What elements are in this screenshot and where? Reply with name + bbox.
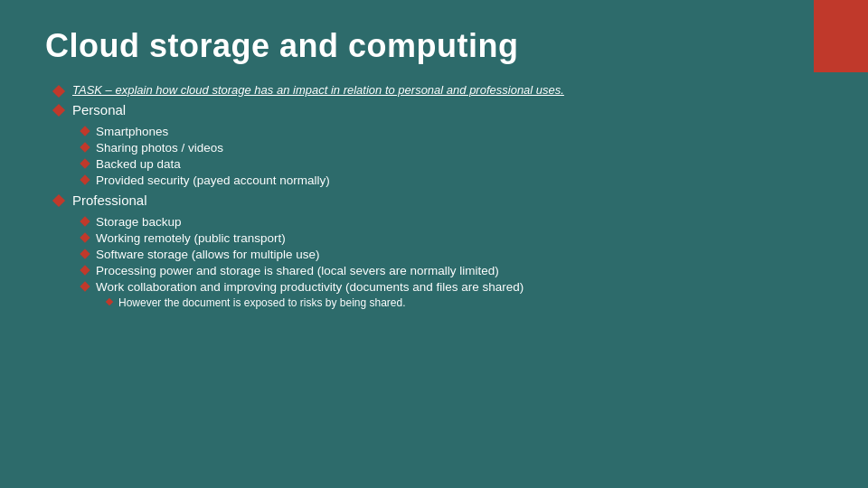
professional-header: Professional [54, 192, 823, 208]
list-item: Storage backup [81, 215, 823, 229]
bullet-icon [80, 216, 90, 226]
list-item: Processing power and storage is shared (… [81, 264, 823, 277]
item-text: Provided security (payed account normall… [96, 174, 330, 187]
item-text: Sharing photos / videos [96, 141, 223, 155]
bullet-icon [80, 174, 90, 184]
item-text: Backed up data [96, 157, 181, 171]
list-item: Work collaboration and improving product… [81, 280, 823, 294]
bullet-icon [80, 232, 90, 242]
professional-section: Professional Storage backup Working remo… [54, 192, 823, 309]
task-text: TASK – explain how cloud storage has an … [72, 83, 564, 97]
item-text: Work collaboration and improving product… [96, 280, 524, 294]
task-bullet: TASK – explain how cloud storage has an … [54, 83, 823, 97]
sub-sub-items: However the document is exposed to risks… [81, 296, 823, 309]
professional-diamond-icon [52, 194, 65, 207]
bullet-icon [80, 142, 90, 152]
personal-header: Personal [54, 102, 823, 117]
task-diamond-icon [52, 85, 65, 98]
personal-diamond-icon [52, 104, 65, 117]
list-item: Provided security (payed account normall… [81, 174, 823, 187]
list-item: Smartphones [81, 125, 823, 138]
bullet-icon [80, 249, 90, 258]
list-item: Software storage (allows for multiple us… [81, 248, 823, 261]
deco-rectangle [814, 0, 868, 72]
slide-title: Cloud storage and computing [45, 27, 823, 65]
item-text: Smartphones [96, 125, 168, 138]
list-item: Sharing photos / videos [81, 141, 823, 155]
list-item: However the document is exposed to risks… [107, 296, 823, 309]
personal-items: Smartphones Sharing photos / videos Back… [54, 125, 823, 187]
item-text: Working remotely (public transport) [96, 231, 286, 245]
bullet-icon [106, 298, 113, 305]
item-text: Processing power and storage is shared (… [96, 264, 499, 277]
list-item: Working remotely (public transport) [81, 231, 823, 245]
professional-items: Storage backup Working remotely (public … [54, 215, 823, 309]
personal-label: Personal [72, 102, 126, 117]
slide-content: TASK – explain how cloud storage has an … [45, 83, 823, 309]
item-text: However the document is exposed to risks… [118, 296, 406, 309]
bullet-icon [80, 126, 90, 136]
item-text: Storage backup [96, 215, 182, 229]
item-text: Software storage (allows for multiple us… [96, 248, 320, 261]
professional-label: Professional [72, 192, 147, 208]
bullet-icon [80, 265, 90, 275]
bullet-icon [80, 158, 90, 168]
list-item: Backed up data [81, 157, 823, 171]
bullet-icon [80, 281, 90, 291]
slide: Cloud storage and computing TASK – expla… [0, 0, 868, 488]
personal-section: Personal Smartphones Sharing photos / vi… [54, 102, 823, 187]
